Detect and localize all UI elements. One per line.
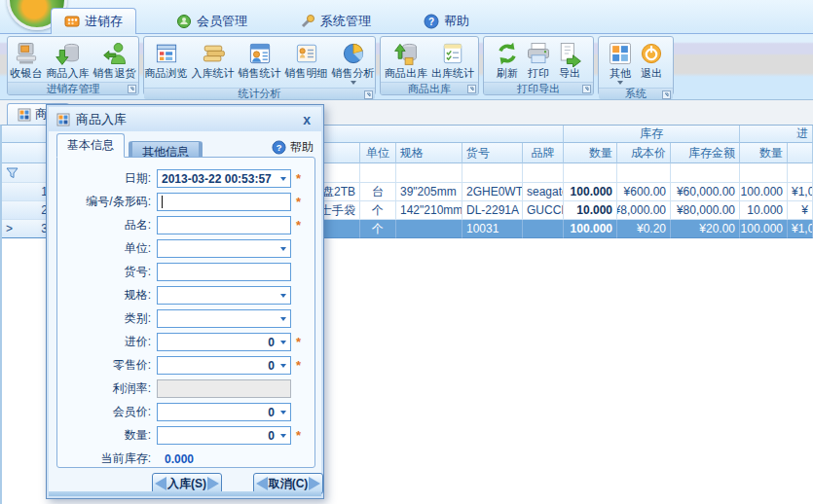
chevron-down-icon[interactable] xyxy=(280,434,286,441)
basic-info-panel: 日期: 2013-03-22 00:53:57 * 编号/条形码: * 品名: … xyxy=(56,157,315,468)
pie-chart-icon xyxy=(340,40,367,67)
tab-label: 会员管理 xyxy=(197,13,247,30)
col-header-stock-amount[interactable]: 库存金额 xyxy=(671,143,740,163)
group-goods-stock-out: 商品出库 出库统计 商品出库 xyxy=(380,36,479,95)
power-icon xyxy=(638,40,665,67)
exit-button[interactable]: 退出 xyxy=(636,39,667,80)
col-header-cost[interactable]: 成本价 xyxy=(617,143,671,163)
goods-stock-out-button[interactable]: 商品出库 xyxy=(383,39,429,80)
dialog-bottom-edge xyxy=(49,491,321,496)
window-grid-icon xyxy=(56,113,70,126)
close-icon[interactable]: x xyxy=(300,113,314,126)
field-quantity: 数量: 0 * xyxy=(57,426,314,445)
chevron-down-icon[interactable] xyxy=(280,364,286,371)
sales-analysis-button[interactable]: 销售分析 xyxy=(330,39,377,88)
dialog-launcher-icon[interactable] xyxy=(662,90,671,99)
category-combo[interactable] xyxy=(157,309,291,328)
tab-label: 帮助 xyxy=(444,13,469,30)
unit-combo[interactable] xyxy=(157,239,291,258)
tab-basic-info[interactable]: 基本信息 xyxy=(56,133,125,158)
tab-purchase-sale-inventory[interactable]: 进销存 xyxy=(51,8,136,34)
print-button[interactable]: 打印 xyxy=(523,39,554,80)
tab-label: 系统管理 xyxy=(320,13,371,30)
required-asterisk: * xyxy=(296,358,301,373)
dialog-launcher-icon[interactable] xyxy=(128,85,136,93)
col-header-qty2[interactable]: 数量 xyxy=(740,143,788,163)
chevron-down-icon[interactable] xyxy=(280,411,286,417)
barcode-input[interactable] xyxy=(157,193,291,211)
system-icon xyxy=(300,14,315,29)
members-icon xyxy=(176,14,192,29)
person-card-icon xyxy=(246,40,274,67)
filter-funnel-icon[interactable] xyxy=(6,167,18,179)
export-icon xyxy=(556,40,583,67)
field-barcode: 编号/条形码: * xyxy=(57,193,314,211)
sales-return-button[interactable]: 销售退货 xyxy=(92,39,138,80)
col-header-qty[interactable]: 数量 xyxy=(564,143,617,163)
stock-group-header: 库存 xyxy=(564,126,740,143)
dialog-launcher-icon[interactable] xyxy=(582,85,591,93)
sales-stats-button[interactable]: 销售统计 xyxy=(237,39,283,80)
tab-member-management[interactable]: 会员管理 xyxy=(164,8,260,34)
product-name-input[interactable] xyxy=(157,216,291,234)
purchase-price-spinner[interactable]: 0 xyxy=(157,333,291,351)
member-price-spinner[interactable]: 0 xyxy=(157,403,291,421)
printer-icon xyxy=(525,40,552,67)
dialog-launcher-icon[interactable] xyxy=(364,90,373,99)
col-header-spec[interactable]: 规格 xyxy=(396,143,462,163)
stock-out-icon xyxy=(392,40,420,67)
required-asterisk: * xyxy=(296,428,301,443)
chevron-down-icon[interactable] xyxy=(280,317,286,324)
group-system: 其他 退出 系统 xyxy=(598,36,674,95)
chevron-down-icon xyxy=(351,81,356,88)
field-product-name: 品名: * xyxy=(57,216,314,234)
dialog-titlebar[interactable]: 商品入库 x xyxy=(49,107,321,131)
chevron-down-icon[interactable] xyxy=(280,247,286,254)
stock-in-dialog: 商品入库 x 基本信息 其他信息 ? 帮助 日期: 2013-03-22 00:… xyxy=(46,104,324,499)
current-row-marker: > xyxy=(6,222,13,235)
tab-system-management[interactable]: 系统管理 xyxy=(287,8,384,34)
ribbon-tab-strip: 进销存 会员管理 系统管理 ? 帮助 xyxy=(0,0,813,34)
checklist-icon xyxy=(439,40,466,67)
goods-stock-in-button[interactable]: 商品入库 xyxy=(45,39,92,80)
sales-detail-button[interactable]: 销售明细 xyxy=(283,39,330,80)
col-header-brand[interactable]: 品牌 xyxy=(523,143,564,163)
cashier-button[interactable]: 收银台 xyxy=(9,39,45,80)
field-spec: 规格: xyxy=(57,286,314,305)
tab-help[interactable]: ? 帮助 xyxy=(411,8,482,34)
required-asterisk: * xyxy=(296,195,301,209)
cash-register-icon xyxy=(13,40,40,67)
dialog-tabs: 基本信息 其他信息 ? 帮助 xyxy=(56,137,314,158)
dialog-launcher-icon[interactable] xyxy=(467,85,476,93)
spec-combo[interactable] xyxy=(157,286,291,305)
field-profit-rate: 利润率: xyxy=(57,379,314,398)
grid-table-icon xyxy=(153,40,180,67)
sales-return-icon xyxy=(101,40,129,67)
goods-browse-button[interactable]: 商品浏览 xyxy=(143,39,190,80)
tab-other-info[interactable]: 其他信息 xyxy=(129,141,203,158)
other-button[interactable]: 其他 xyxy=(605,39,636,88)
detail-card-icon xyxy=(293,40,320,67)
chevron-down-icon[interactable] xyxy=(280,294,286,301)
date-combo[interactable]: 2013-03-22 00:53:57 xyxy=(157,169,291,188)
quantity-spinner[interactable]: 0 xyxy=(157,426,291,445)
current-stock-value: 0.000 xyxy=(165,452,194,466)
chevron-down-icon[interactable] xyxy=(280,177,286,184)
col-header-unit[interactable]: 单位 xyxy=(360,143,396,163)
profit-rate-input xyxy=(157,379,291,398)
col-header-itemno[interactable]: 货号 xyxy=(462,143,523,163)
stock-in-stats-button[interactable]: 入库统计 xyxy=(190,39,237,80)
export-button[interactable]: 导出 xyxy=(554,39,585,80)
field-item-no: 货号: xyxy=(57,263,314,281)
chevron-down-icon[interactable] xyxy=(280,341,286,347)
field-retail-price: 零售价: 0 * xyxy=(57,356,314,375)
chevron-down-icon xyxy=(617,81,623,88)
item-no-input[interactable] xyxy=(157,263,291,281)
help-link[interactable]: ? 帮助 xyxy=(272,139,314,158)
refresh-button[interactable]: 刷新 xyxy=(492,39,523,80)
group-statistics-analysis: 商品浏览 入库统计 销售统计 销售明细 销售分析 xyxy=(143,36,376,95)
stock-out-stats-button[interactable]: 出库统计 xyxy=(429,39,476,80)
dialog-title: 商品入库 xyxy=(76,111,127,128)
retail-price-spinner[interactable]: 0 xyxy=(157,356,291,375)
text-caret xyxy=(162,196,163,208)
